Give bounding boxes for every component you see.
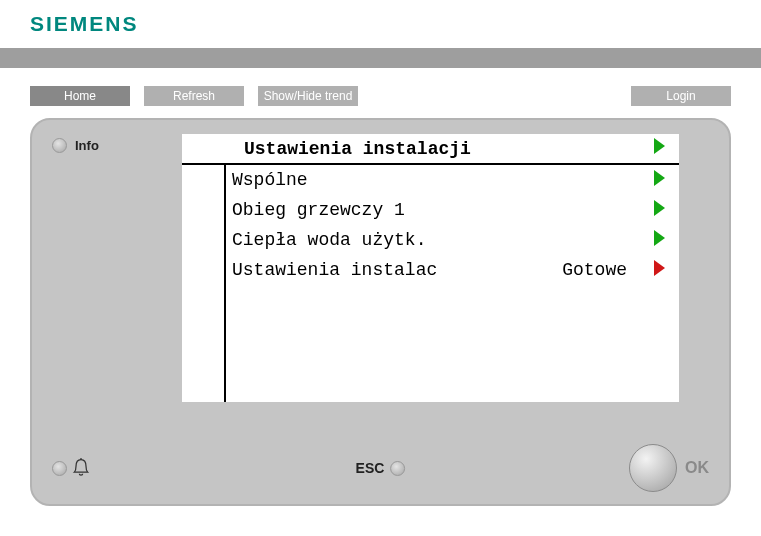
panel-bottom-controls: ESC OK: [32, 444, 729, 492]
arrow-right-icon: [639, 200, 679, 221]
esc-led-icon: [390, 461, 405, 476]
alarm-led-icon: [52, 461, 67, 476]
info-label: Info: [75, 138, 99, 153]
screen-title-row[interactable]: Ustawienia instalacji: [182, 134, 679, 165]
menu-item[interactable]: Obieg grzewczy 1: [182, 195, 679, 225]
arrow-right-icon: [639, 170, 679, 191]
brand-logo: SIEMENS: [0, 0, 761, 48]
menu-label: Ciepła woda użytk.: [182, 230, 627, 250]
esc-button[interactable]: ESC: [356, 460, 406, 476]
menu-item[interactable]: Ciepła woda użytk.: [182, 225, 679, 255]
home-button[interactable]: Home: [30, 86, 130, 106]
menu-label: Wspólne: [182, 170, 627, 190]
trend-toggle-button[interactable]: Show/Hide trend: [258, 86, 358, 106]
title-arrow-icon: [639, 138, 679, 159]
refresh-button[interactable]: Refresh: [144, 86, 244, 106]
toolbar: Home Refresh Show/Hide trend Login: [0, 86, 761, 106]
menu-label: Ustawienia instalac: [182, 260, 562, 280]
menu-item[interactable]: Wspólne: [182, 165, 679, 195]
menu-value: Gotowe: [562, 260, 639, 280]
menu-area: Wspólne Obieg grzewczy 1 Ciepła woda uży…: [182, 165, 679, 285]
arrow-right-icon: [639, 260, 679, 281]
arrow-right-icon: [639, 230, 679, 251]
info-indicator: Info: [52, 138, 99, 153]
esc-label: ESC: [356, 460, 385, 476]
menu-item[interactable]: Ustawienia instalac Gotowe: [182, 255, 679, 285]
divider-bar: [0, 48, 761, 68]
info-led-icon: [52, 138, 67, 153]
alarm-button[interactable]: [52, 457, 91, 479]
screen-title: Ustawienia instalacji: [182, 139, 639, 159]
bell-icon: [71, 457, 91, 479]
device-panel: Info Ustawienia instalacji Wspólne Obieg…: [30, 118, 731, 506]
vertical-divider: [224, 165, 226, 402]
login-button[interactable]: Login: [631, 86, 731, 106]
lcd-screen: Ustawienia instalacji Wspólne Obieg grze…: [182, 134, 679, 402]
ok-label: OK: [685, 459, 709, 477]
dial-knob-icon: [629, 444, 677, 492]
menu-label: Obieg grzewczy 1: [182, 200, 627, 220]
ok-dial[interactable]: OK: [629, 444, 709, 492]
